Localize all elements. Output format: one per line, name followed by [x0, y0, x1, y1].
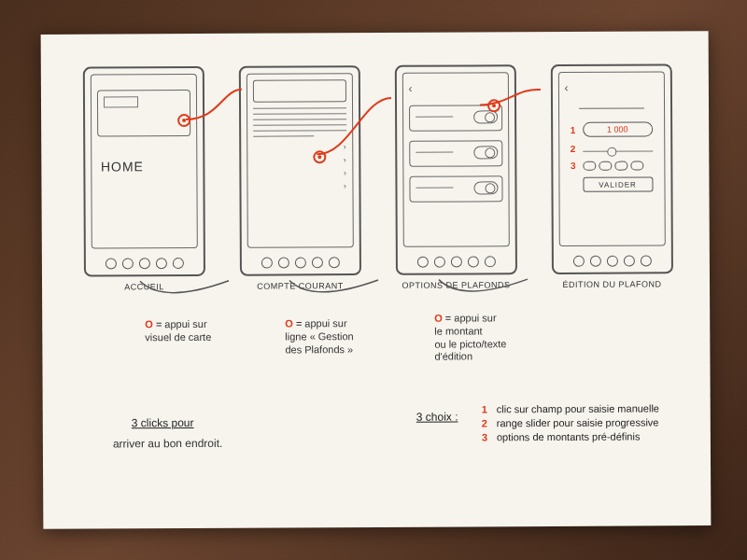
edit-options: 1 1 000 2 3 . VALIDER [565, 121, 658, 192]
summary-title: 3 clicks pour [132, 416, 194, 429]
validate-row[interactable]: . VALIDER [571, 176, 653, 191]
phone-edition: ‹ 1 1 000 2 3 [546, 63, 677, 326]
back-icon[interactable]: ‹ [564, 81, 568, 94]
screen-content: HOME [90, 74, 197, 249]
option-row[interactable] [409, 175, 502, 203]
toggle-icon [473, 110, 498, 123]
chevron-right-icon: › [344, 155, 346, 164]
phone-compte: › › › › COMPTE COURANT [234, 65, 365, 328]
amount-field: 1 000 [583, 121, 653, 136]
card-visual[interactable] [96, 90, 190, 137]
summary-text: arriver au bon endroit. [113, 437, 222, 452]
menu-lines[interactable] [253, 107, 346, 137]
caption: COMPTE COURANT [257, 281, 344, 290]
back-icon[interactable]: ‹ [408, 82, 412, 95]
annotation-3: O = appui sur le montant ou le picto/tex… [434, 312, 506, 363]
choices-list: 1clic sur champ pour saisie manuelle 2ra… [482, 402, 678, 445]
toggle-icon [473, 181, 498, 194]
wireframe-row: HOME ACCUEIL › [78, 63, 677, 328]
chevron-right-icon: › [344, 168, 346, 177]
header-bar [252, 79, 345, 103]
preset-chips [583, 161, 653, 170]
screen-content: ‹ 1 1 000 2 3 [557, 71, 665, 246]
choices-title: 3 choix : [416, 411, 458, 424]
caption: OPTIONS DE PLAFONDS [402, 280, 510, 290]
chevron-right-icon: › [344, 142, 346, 151]
tap-marker-icon[interactable] [313, 150, 326, 163]
phone-frame: › › › › [238, 65, 360, 276]
caption: ACCUEIL [124, 282, 164, 291]
nav-dots [85, 258, 203, 270]
toggle-icon [473, 146, 498, 159]
chevron-right-icon: › [344, 181, 346, 190]
phone-frame: HOME [82, 66, 204, 277]
slider-row[interactable]: 2 [571, 143, 653, 153]
annotation-1: O = appui sur visuel de carte [145, 318, 211, 344]
title-line [579, 107, 644, 108]
caption: ÉDITION DU PLAFOND [562, 279, 661, 289]
chevron-list: › › › › [253, 142, 346, 191]
nav-dots [553, 255, 670, 267]
annotation-2: O = appui sur ligne « Gestion des Plafon… [285, 317, 354, 357]
option-row[interactable] [409, 140, 502, 167]
validate-button: VALIDER [583, 176, 653, 191]
home-label: HOME [101, 159, 144, 174]
paper-sheet: HOME ACCUEIL › [41, 31, 712, 529]
nav-dots [241, 257, 359, 269]
phone-options: ‹ OPTIONS DE PLAFONDS [390, 64, 521, 327]
nav-dots [397, 256, 514, 268]
tap-marker-icon[interactable] [177, 114, 190, 127]
amount-input-row[interactable]: 1 1 000 [571, 121, 653, 136]
tap-marker-icon[interactable] [486, 99, 500, 112]
phone-accueil: HOME ACCUEIL [78, 66, 209, 329]
range-slider [583, 150, 653, 151]
phone-frame: ‹ [394, 64, 516, 275]
phone-frame: ‹ 1 1 000 2 3 [550, 63, 672, 274]
screen-content: ‹ [402, 72, 509, 247]
presets-row[interactable]: 3 [571, 160, 653, 170]
screen-content: › › › › [246, 73, 353, 248]
